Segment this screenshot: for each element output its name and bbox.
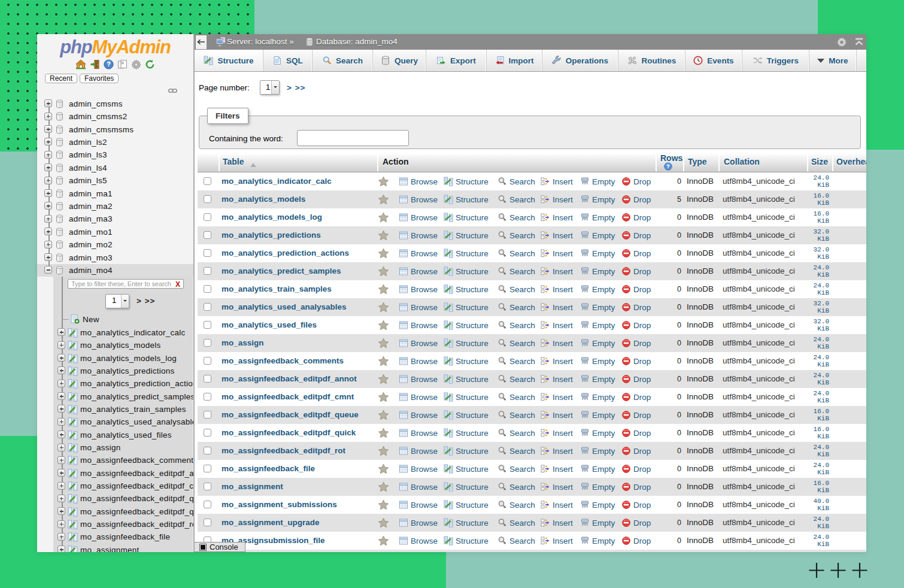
svg-text:?: ? (666, 163, 670, 169)
svg-text:?: ? (107, 60, 111, 68)
